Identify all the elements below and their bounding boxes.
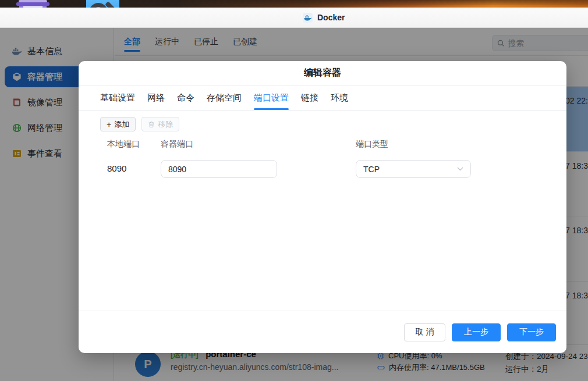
next-step-button[interactable]: 下一步 (507, 323, 556, 341)
port-row: 8090 TCP (100, 160, 545, 179)
remove-port-button[interactable]: 移除 (141, 117, 179, 131)
local-port-label: 本地端口 (107, 139, 140, 149)
chevron-down-icon (457, 167, 463, 171)
port-type-value: TCP (363, 165, 380, 174)
window-titlebar: Docker (0, 8, 588, 28)
docker-whale-icon (303, 13, 313, 23)
modal-tabs: 基础设置 网络 命令 存储空间 端口设置 链接 环境 (79, 86, 566, 111)
modal-footer: 取 消 上一步 下一步 (79, 311, 566, 353)
container-port-label: 容器端口 (161, 139, 193, 149)
local-port-value: 8090 (107, 163, 126, 173)
edit-container-modal: 编辑容器 基础设置 网络 命令 存储空间 端口设置 链接 环境 + 添加 (79, 61, 566, 353)
modal-tab-links[interactable]: 链接 (301, 86, 318, 110)
app-window: 基本信息 容器管理 镜像管理 (0, 28, 588, 381)
container-port-input[interactable] (161, 160, 277, 178)
modal-tab-ports[interactable]: 端口设置 (254, 86, 289, 110)
port-type-label: 端口类型 (356, 139, 388, 149)
cancel-button[interactable]: 取 消 (404, 323, 445, 341)
modal-title: 编辑容器 (79, 61, 566, 86)
remove-button-label: 移除 (158, 119, 173, 130)
port-field-labels: 本地端口 容器端口 端口类型 (100, 139, 545, 151)
modal-tab-basic[interactable]: 基础设置 (100, 86, 135, 110)
desktop-icon-magnifier[interactable] (86, 0, 119, 8)
modal-tab-environment[interactable]: 环境 (331, 86, 348, 110)
modal-body: + 添加 移除 本地端口 容器端口 端口类型 809 (79, 111, 566, 179)
add-port-button[interactable]: + 添加 (100, 117, 136, 131)
port-toolbar: + 添加 移除 (100, 117, 545, 131)
plus-icon: + (107, 120, 111, 129)
prev-step-button[interactable]: 上一步 (452, 323, 501, 341)
desktop-wallpaper (0, 0, 588, 8)
app-title: Docker (317, 13, 345, 22)
modal-tab-network[interactable]: 网络 (147, 86, 165, 110)
modal-tab-storage[interactable]: 存储空间 (207, 86, 242, 110)
add-button-label: 添加 (114, 119, 129, 130)
desktop-icon-bench[interactable] (16, 0, 49, 8)
modal-tab-command[interactable]: 命令 (177, 86, 194, 110)
magnifier-handle (105, 1, 116, 8)
port-type-select[interactable]: TCP (356, 160, 471, 178)
titlebar-content: Docker (303, 8, 345, 27)
screen: Docker 基本信息 (0, 0, 588, 381)
trash-icon (148, 121, 155, 128)
